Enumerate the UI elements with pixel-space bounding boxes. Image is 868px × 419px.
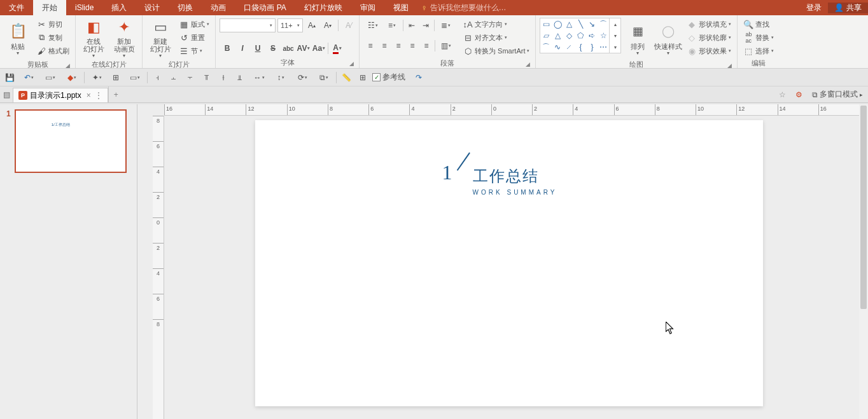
quick-styles-button[interactable]: ◯ 快速样式 ▾ (654, 18, 682, 58)
text-shadow-button[interactable]: abc (281, 41, 296, 55)
tab-insert[interactable]: 插入 (102, 0, 136, 15)
vertical-ruler[interactable]: 864202468 (153, 116, 164, 419)
multi-window-button[interactable]: ⧉ 多窗口模式 ▸ (807, 86, 868, 102)
distribute-button[interactable]: ≡ (419, 39, 433, 53)
qat-distribute-v[interactable]: ↕▾ (271, 71, 290, 85)
align-left-button[interactable]: ≡ (363, 39, 377, 53)
qat-btn-5[interactable]: ✦▾ (87, 71, 106, 85)
undo-button[interactable]: ↶▾ (19, 71, 38, 85)
qat-btn-7[interactable]: ▭▾ (125, 71, 144, 85)
tab-file[interactable]: 文件 (0, 0, 33, 15)
font-dialog-launcher[interactable]: ◢ (349, 60, 354, 67)
format-painter-button[interactable]: 🖌格式刷 (34, 45, 71, 57)
bullets-button[interactable]: ☷▾ (363, 18, 382, 32)
tab-slideshow[interactable]: 幻灯片放映 (295, 0, 351, 15)
tabstrip-settings-button[interactable]: ⚙ (790, 86, 807, 102)
align-center-button[interactable]: ≡ (377, 39, 391, 53)
shapes-gallery[interactable]: ▭◯△╲↘⌒ ▴▾▾ ▱△◇⬠➪☆ ⌒∿⟋{}⋯ (540, 18, 621, 53)
qat-rotate[interactable]: ⟳▾ (293, 71, 312, 85)
paste-button[interactable]: 📋 粘贴 ▾ (4, 18, 32, 58)
qat-slide-button[interactable]: ▭▾ (41, 71, 60, 85)
shape-outline-button[interactable]: ◇形状轮廓▾ (685, 31, 733, 44)
bold-button[interactable]: B (220, 41, 235, 55)
thumbnail-panel[interactable]: 1 1/工作总结 (0, 104, 137, 419)
horizontal-ruler[interactable]: 1614121086420246810121416 (164, 104, 859, 116)
section-button[interactable]: ☰节▾ (177, 45, 211, 57)
cut-button[interactable]: ✂剪切 (34, 18, 71, 31)
align-text-button[interactable]: ⊟对齐文本▾ (461, 31, 531, 44)
clear-formatting-button[interactable]: A⁄ (342, 18, 356, 32)
font-size-combo[interactable]: 11+▾ (277, 18, 303, 32)
slide-canvas[interactable]: 1 工作总结 WORK SUMMARY (255, 120, 763, 406)
add-tab-button[interactable]: + (108, 86, 123, 102)
qat-shape-button[interactable]: ◆▾ (62, 71, 81, 85)
text-direction-button[interactable]: ↕A文字方向▾ (461, 18, 531, 31)
redo-button[interactable]: ↷ (412, 71, 426, 85)
tabstrip-pin-button[interactable]: ☆ (774, 86, 790, 102)
tab-animation[interactable]: 动画 (202, 0, 235, 15)
vertical-scrollbar[interactable] (859, 104, 868, 419)
guides-checkbox[interactable]: ✓ 参考线 (372, 72, 405, 83)
justify-button[interactable]: ≡ (405, 39, 419, 53)
font-color-button[interactable]: A▾ (330, 41, 345, 55)
share-button[interactable]: 👤 共享 (828, 3, 868, 13)
italic-button[interactable]: I (235, 41, 250, 55)
tab-home[interactable]: 开始 (33, 0, 66, 15)
qat-grid[interactable]: ⊞ (356, 71, 370, 85)
arrange-button[interactable]: ▦ 排列 ▾ (624, 18, 652, 58)
tab-review[interactable]: 审阅 (351, 0, 384, 15)
login-button[interactable]: 登录 (800, 3, 828, 13)
qat-align-bottom[interactable]: ⫫ (233, 71, 247, 85)
reset-button[interactable]: ↺重置 (177, 31, 211, 44)
tabstrip-menu-button[interactable]: ▤ (0, 86, 13, 102)
new-anim-page-button[interactable]: ✦ 新加 动画页 ▾ (110, 18, 138, 58)
online-slides-button[interactable]: ◧ 在线 幻灯片 ▾ (80, 18, 108, 58)
find-button[interactable]: 🔍查找 (741, 18, 776, 31)
underline-button[interactable]: U (250, 41, 265, 55)
slide-thumbnail-1[interactable]: 1/工作总结 (15, 109, 127, 173)
tab-transition[interactable]: 切换 (169, 0, 202, 15)
close-tab-button[interactable]: × (87, 91, 91, 100)
tell-me-search[interactable]: ♀ 告诉我您想要做什么… (421, 3, 507, 13)
shrink-font-button[interactable]: A▾ (321, 18, 335, 32)
font-name-combo[interactable]: ▾ (220, 18, 276, 32)
drawing-dialog-launcher[interactable]: ◢ (727, 62, 732, 69)
save-button[interactable]: 💾 (3, 71, 17, 85)
replace-button[interactable]: abac替换▾ (741, 31, 776, 44)
numbering-button[interactable]: ≡▾ (382, 18, 402, 32)
tab-pocket-anim[interactable]: 口袋动画 PA (235, 0, 295, 15)
char-spacing-button[interactable]: AV▾ (296, 41, 311, 55)
tab-design[interactable]: 设计 (136, 0, 169, 15)
clipboard-dialog-launcher[interactable]: ◢ (66, 62, 70, 69)
qat-distribute-h[interactable]: ↔▾ (249, 71, 269, 85)
new-slide-button[interactable]: ▭ 新建 幻灯片 ▾ (146, 18, 174, 58)
qat-align-top[interactable]: ⫪ (200, 71, 214, 85)
qat-align-middle[interactable]: ⫲ (216, 71, 230, 85)
qat-align-right[interactable]: ⫟ (183, 71, 197, 85)
document-tab[interactable]: P 目录演示1.pptx × ⋮ (13, 88, 108, 102)
columns-button[interactable]: ▥▾ (437, 39, 456, 53)
line-spacing-button[interactable]: ≣▾ (436, 18, 455, 32)
qat-align-left[interactable]: ⫞ (150, 71, 164, 85)
strikethrough-button[interactable]: S (265, 41, 281, 55)
increase-indent-button[interactable]: ⇥ (419, 18, 433, 32)
convert-smartart-button[interactable]: ⬡转换为 SmartArt▾ (461, 45, 531, 57)
grow-font-button[interactable]: A▴ (305, 18, 319, 32)
qat-btn-6[interactable]: ⊞ (109, 71, 123, 85)
tab-islide[interactable]: iSlide (66, 0, 102, 15)
align-right-button[interactable]: ≡ (391, 39, 405, 53)
select-button[interactable]: ⬚选择▾ (741, 45, 776, 57)
decrease-indent-button[interactable]: ⇤ (405, 18, 419, 32)
change-case-button[interactable]: Aa▾ (311, 41, 326, 55)
shape-fill-button[interactable]: ◆形状填充▾ (685, 18, 733, 31)
paragraph-dialog-launcher[interactable]: ◢ (526, 61, 530, 67)
copy-button[interactable]: ⧉复制 (34, 31, 71, 44)
shape-effects-button[interactable]: ◉形状效果▾ (685, 45, 733, 57)
scrollbar-thumb[interactable] (860, 106, 867, 309)
qat-ruler[interactable]: 📏 (339, 71, 353, 85)
qat-group[interactable]: ⧉▾ (314, 71, 333, 85)
qat-align-center-h[interactable]: ⫠ (167, 71, 181, 85)
layout-button[interactable]: ▦版式▾ (177, 18, 211, 31)
tab-more-button[interactable]: ⋮ (95, 91, 102, 100)
tab-view[interactable]: 视图 (384, 0, 417, 15)
